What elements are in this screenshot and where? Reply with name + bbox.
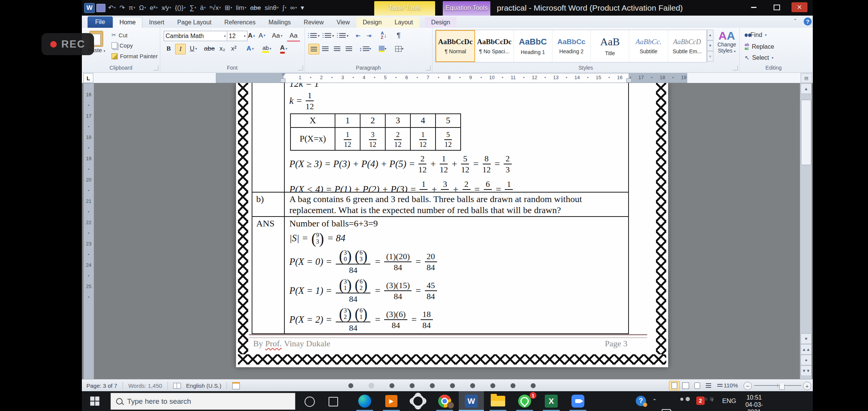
omega-icon[interactable]: Ω▾ — [138, 4, 147, 12]
scrollbar-thumb[interactable] — [801, 100, 811, 165]
shrink-font-button[interactable]: A▼ — [257, 31, 267, 40]
pi-icon[interactable]: π▾ — [128, 4, 136, 12]
borders-button[interactable]: ▾ — [392, 44, 407, 54]
italic-button[interactable]: I — [175, 44, 186, 54]
bullets-button[interactable]: ▾ — [308, 31, 321, 40]
shading-button[interactable]: ▾ — [375, 44, 390, 54]
vertical-ruler[interactable]: 16171819202122232425 — [83, 83, 94, 379]
tab-review[interactable]: Review — [297, 17, 330, 28]
document-page[interactable]: 12k = 1 k = 112 X 1 2 3 — [236, 83, 668, 367]
zoom-slider-thumb[interactable] — [779, 382, 785, 390]
style-title[interactable]: AaBTitle — [591, 30, 629, 62]
horizontal-ruler[interactable]: 12345678910111213141516171819 — [216, 73, 687, 83]
text-effects-button[interactable]: A▾ — [243, 44, 257, 54]
taskbar-item-file-explorer[interactable] — [485, 391, 511, 411]
outline-view-icon[interactable] — [703, 381, 714, 390]
styles-dialog-launcher-icon[interactable] — [733, 65, 738, 70]
gallery-more-icon[interactable]: ≡ — [707, 51, 713, 62]
taskbar-item-chrome[interactable] — [432, 391, 457, 411]
align-left-button[interactable] — [308, 44, 319, 54]
battery-icon[interactable] — [662, 409, 671, 411]
brackets-icon[interactable]: {()}▾ — [174, 4, 187, 12]
vertical-scrollbar[interactable]: ▲ ▼ ▲▲ ● ▼▼ — [800, 83, 812, 379]
integral-icon[interactable]: ∫▾ — [281, 4, 287, 12]
style-heading-1[interactable]: AaBbCHeading 1 — [514, 30, 552, 62]
line-spacing-button[interactable]: ↕▾ — [358, 44, 372, 54]
style-normal[interactable]: AaBbCcDc¶ Normal — [436, 30, 475, 62]
show-paragraph-marks-button[interactable]: ¶ — [394, 30, 404, 40]
tab-view[interactable]: View — [330, 17, 356, 28]
decrease-indent-button[interactable]: ⇤ — [353, 31, 363, 40]
clear-formatting-button[interactable]: Aa — [287, 31, 300, 42]
insert-mode-icon[interactable] — [232, 382, 240, 389]
select-button[interactable]: ↖ Select▾ — [745, 54, 774, 61]
grow-font-button[interactable]: A▲ — [247, 31, 257, 40]
ruler-toggle-button[interactable]: ▤ — [801, 73, 812, 83]
sort-button[interactable]: AZ↓ — [378, 30, 390, 40]
bold-button[interactable]: B — [164, 44, 174, 54]
style-heading-2[interactable]: AaBbCcHeading 2 — [552, 30, 591, 62]
tab-stop-selector[interactable]: L — [83, 73, 93, 83]
accent-icon[interactable]: ä▾ — [199, 4, 207, 12]
start-button[interactable] — [90, 397, 100, 406]
taskbar-item-whatsapp[interactable]: 1 — [512, 391, 537, 411]
font-size-select[interactable]: 12▾ — [227, 31, 247, 41]
browse-object-icon[interactable]: ● — [801, 355, 812, 365]
tab-insert[interactable]: Insert — [142, 17, 171, 28]
zoom-in-icon[interactable]: + — [803, 382, 811, 390]
scroll-up-icon[interactable]: ▲ — [801, 83, 812, 94]
tab-references[interactable]: References — [218, 17, 262, 28]
numbering-button[interactable]: ▾ — [323, 31, 336, 40]
zoom-out-icon[interactable]: − — [744, 382, 752, 390]
sine-icon[interactable]: sinθ▾ — [263, 4, 280, 12]
exponent-icon[interactable]: eˣ▾ — [149, 4, 159, 12]
hanging-indent-marker[interactable] — [280, 78, 286, 83]
taskbar-item-settings[interactable] — [405, 391, 431, 411]
limit-icon[interactable]: lim▾ — [235, 4, 247, 12]
tab-page-layout[interactable]: Page Layout — [171, 17, 218, 28]
increase-indent-button[interactable]: ⇥ — [364, 31, 374, 40]
task-view-icon[interactable] — [329, 397, 338, 406]
right-indent-marker[interactable] — [626, 78, 632, 83]
zoom-level[interactable]: 110% — [724, 382, 738, 389]
clipboard-dialog-launcher-icon[interactable] — [153, 65, 158, 70]
align-right-button[interactable] — [332, 44, 342, 54]
language-indicator[interactable]: English (U.S.) — [186, 382, 222, 389]
format-painter-button[interactable]: Format Painter — [112, 53, 158, 59]
web-layout-view-icon[interactable] — [692, 381, 702, 390]
cut-button[interactable]: Cut — [112, 32, 128, 38]
underline-button[interactable]: U▾ — [187, 44, 200, 54]
scroll-down-icon[interactable]: ▼ — [801, 333, 812, 344]
clock[interactable]: 10:51 04-03-2021 — [739, 394, 769, 411]
infinity-icon[interactable]: ∞▾ — [289, 4, 298, 12]
strikethrough-icon[interactable]: abe — [249, 4, 262, 12]
taskbar-item-zoom[interactable] — [565, 391, 590, 411]
justify-button[interactable] — [344, 44, 354, 54]
change-styles-button[interactable]: AA Change Styles ▾ — [716, 30, 738, 54]
taskbar-item-movies[interactable]: ▶ — [379, 391, 404, 411]
search-input[interactable]: Type here to search — [110, 393, 295, 410]
close-button[interactable]: × — [791, 2, 807, 12]
zoom-slider-track[interactable] — [754, 385, 801, 386]
matrix-icon[interactable]: ⊞▾ — [223, 4, 233, 12]
cortana-icon[interactable] — [305, 397, 315, 407]
tab-design-eq[interactable]: Design — [425, 17, 457, 28]
tray-expand-icon[interactable]: ⌃ — [652, 398, 657, 411]
sigma-icon[interactable]: ∑▾ — [188, 4, 198, 12]
browse-previous-icon[interactable]: ▲▲ — [801, 344, 812, 355]
font-color-button[interactable]: A▾ — [276, 44, 291, 54]
notification-badge-icon[interactable]: 2 — [696, 397, 705, 405]
taskbar-item-word-active[interactable]: W — [459, 391, 484, 411]
replace-button[interactable]: abac Replace — [745, 43, 774, 50]
undo-icon[interactable]: ↶▾ — [107, 4, 117, 12]
superscript-button[interactable]: x² — [228, 44, 239, 54]
print-layout-view-icon[interactable] — [669, 381, 680, 390]
multilevel-list-button[interactable]: ▾ — [337, 31, 350, 40]
redo-icon[interactable]: ↷ — [118, 4, 126, 12]
align-center-button[interactable] — [320, 44, 330, 54]
collapse-ribbon-icon[interactable]: ⌃ — [791, 18, 800, 25]
minimize-button[interactable] — [746, 2, 762, 12]
help-tray-icon[interactable]: ? — [636, 396, 646, 406]
qat-more-icon[interactable]: ▾ — [300, 4, 305, 12]
word-count[interactable]: Words: 1,450 — [128, 382, 162, 389]
